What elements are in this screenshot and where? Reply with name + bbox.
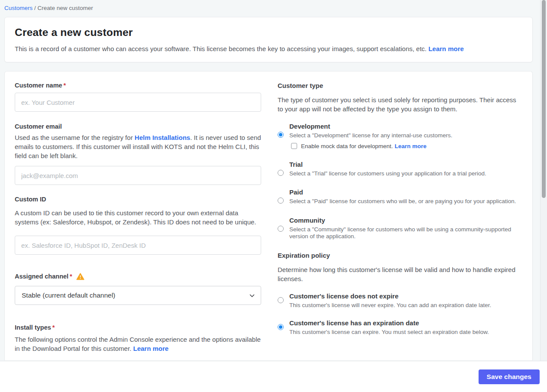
mock-data-checkbox[interactable] — [291, 143, 297, 149]
customer-type-option-trial: Trial Select a "Trial" license for custo… — [278, 161, 517, 178]
install-types-label: Install types* — [15, 324, 261, 331]
page-title: Create a new customer — [15, 26, 522, 39]
custom-id-label: Custom ID — [15, 196, 261, 203]
option-label: Customer's license does not expire — [289, 292, 517, 300]
customer-type-option-community: Community Select a "Community" license f… — [278, 217, 517, 240]
option-label: Customer's license has an expiration dat… — [289, 319, 517, 327]
breadcrumb-current: Create new customer — [38, 5, 93, 11]
customer-email-help: Used as the username for the registry fo… — [15, 133, 261, 160]
warning-icon — [76, 273, 84, 280]
breadcrumb: Customers / Create new customer — [0, 0, 540, 11]
option-description: This customer's license can expire. You … — [289, 329, 517, 336]
install-types-learn-more-link[interactable]: Learn more — [133, 345, 168, 352]
option-label: Development — [289, 123, 517, 130]
helm-installations-link[interactable]: Helm Installations — [135, 134, 190, 141]
customer-form-card: Customer name* Customer email Used as th… — [4, 71, 533, 360]
breadcrumb-customers-link[interactable]: Customers — [4, 5, 32, 11]
page-description-text: This is a record of a customer who can a… — [15, 45, 427, 52]
option-label: Community — [289, 217, 517, 224]
customer-type-description: The type of customer you select is used … — [278, 95, 517, 113]
customer-type-option-paid: Paid Select a "Paid" license for custome… — [278, 188, 517, 205]
form-left-column: Customer name* Customer email Used as th… — [15, 82, 261, 360]
create-customer-page: Customers / Create new customer Create a… — [0, 0, 547, 392]
radio-license-has-expiration[interactable] — [278, 324, 284, 330]
footer-bar: Save changes — [0, 361, 547, 392]
radio-license-no-expire[interactable] — [278, 297, 284, 303]
expiration-option-has-date: Customer's license has an expiration dat… — [278, 319, 517, 336]
customer-email-label: Customer email — [15, 123, 261, 130]
breadcrumb-separator: / — [34, 5, 38, 11]
custom-id-input[interactable] — [15, 236, 261, 255]
radio-development[interactable] — [278, 132, 284, 138]
option-label: Paid — [289, 188, 517, 196]
option-description: Select a "Trial" license for customers u… — [289, 170, 517, 178]
page-scrollbar[interactable] — [540, 0, 547, 361]
option-description: Select a "Paid" license for customers wh… — [289, 198, 517, 205]
mock-data-learn-more-link[interactable]: Learn more — [395, 143, 427, 149]
assigned-channel-label: Assigned channel* — [15, 273, 72, 280]
expiration-policy-description: Determine how long this customer's licen… — [278, 265, 517, 283]
assigned-channel-label-row: Assigned channel* — [15, 272, 261, 280]
option-description: This customer's license will never expir… — [289, 302, 517, 309]
expiration-option-no-expire: Customer's license does not expire This … — [278, 292, 517, 309]
radio-paid[interactable] — [278, 198, 284, 204]
install-types-help: The following options control the Admin … — [15, 335, 261, 353]
customer-name-label: Customer name* — [15, 82, 261, 89]
assigned-channel-selected-value: Stable (current default channel) — [22, 292, 115, 299]
radio-community[interactable] — [278, 226, 284, 232]
assigned-channel-select[interactable]: Stable (current default channel) — [15, 286, 261, 305]
customer-email-input[interactable] — [15, 166, 261, 185]
scrollbar-thumb[interactable] — [542, 0, 546, 198]
option-label: Trial — [289, 161, 517, 168]
required-asterisk: * — [70, 273, 72, 280]
required-asterisk: * — [64, 82, 66, 89]
customer-type-option-development: Development Select a "Development" licen… — [278, 123, 517, 149]
save-changes-button[interactable]: Save changes — [479, 369, 540, 384]
radio-trial[interactable] — [278, 170, 284, 176]
required-asterisk: * — [52, 324, 55, 331]
option-description: Select a "Development" license for any i… — [289, 132, 517, 139]
expiration-policy-heading: Expiration policy — [278, 252, 517, 259]
scroll-content: Customers / Create new customer Create a… — [0, 0, 540, 361]
custom-id-help: A custom ID can be used to tie this cust… — [15, 208, 261, 227]
header-card: Create a new customer This is a record o… — [4, 17, 533, 62]
customer-type-heading: Customer type — [278, 82, 517, 89]
chevron-down-icon — [249, 292, 255, 299]
page-description: This is a record of a customer who can a… — [15, 44, 522, 53]
form-right-column: Customer type The type of customer you s… — [278, 82, 517, 360]
mock-data-checkbox-label: Enable mock data for development. Learn … — [301, 143, 427, 149]
customer-name-input[interactable] — [15, 93, 261, 112]
header-learn-more-link[interactable]: Learn more — [428, 45, 464, 52]
option-description: Select a "Community" license for custome… — [289, 226, 517, 240]
mock-data-checkbox-row: Enable mock data for development. Learn … — [291, 143, 517, 149]
